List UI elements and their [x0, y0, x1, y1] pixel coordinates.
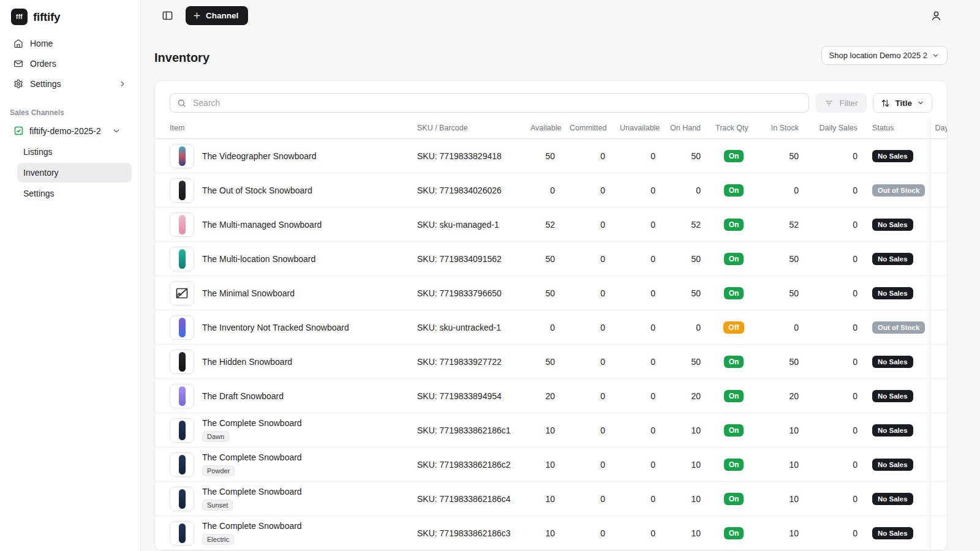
day-cell	[930, 516, 947, 550]
table-row[interactable]: The Complete Snowboard Electric SKU: 771…	[155, 516, 947, 550]
snowboard-image	[179, 421, 186, 440]
onhand-cell: 0	[663, 310, 708, 345]
product-thumbnail	[170, 350, 194, 374]
table-row[interactable]: The Multi-location Snowboard SKU: 771983…	[155, 242, 947, 276]
committed-cell: 0	[562, 173, 612, 208]
sidebar-item-home[interactable]: Home	[9, 34, 132, 53]
sku-cell: SKU: 7719833862186c4	[410, 482, 523, 516]
table-row[interactable]: The Hidden Snowboard SKU: 7719833927722 …	[155, 345, 947, 379]
column-header-status[interactable]: Status	[865, 120, 930, 139]
instock-cell: 0	[760, 310, 806, 345]
track-qty-badge[interactable]: On	[724, 493, 744, 505]
sidebar-item-inventory[interactable]: Inventory	[17, 163, 132, 182]
add-channel-button[interactable]: Channel	[186, 6, 248, 25]
product-thumbnail	[170, 212, 194, 237]
track-qty-badge[interactable]: On	[724, 356, 744, 368]
sort-icon	[881, 99, 890, 108]
sku-cell: SKU: sku-untracked-1	[410, 310, 523, 345]
sidebar: fff fiftify Home Orders Settings S	[0, 0, 141, 551]
column-header-committed[interactable]: Committed	[562, 120, 612, 139]
column-header-instock[interactable]: In Stock	[760, 120, 806, 139]
instock-cell: 20	[760, 379, 806, 413]
sku-cell: SKU: 7719833829418	[410, 139, 523, 173]
sku-cell: SKU: 7719834026026	[410, 173, 523, 208]
track-qty-badge[interactable]: On	[724, 150, 744, 162]
status-cell: No Sales	[865, 516, 930, 550]
track-qty-badge[interactable]: On	[724, 459, 744, 471]
dailysales-cell: 0	[806, 173, 865, 208]
filter-button[interactable]: Filter	[815, 93, 867, 113]
search-input[interactable]	[192, 97, 802, 108]
table-row[interactable]: The Complete Snowboard Dawn SKU: 7719833…	[155, 413, 947, 448]
product-thumbnail	[170, 521, 194, 545]
table-row[interactable]: The Draft Snowboard SKU: 7719833894954 2…	[155, 379, 947, 413]
snowboard-image	[179, 318, 186, 337]
track-qty-badge[interactable]: On	[724, 287, 744, 299]
column-header-sku[interactable]: SKU / Barcode	[410, 120, 523, 139]
available-cell: 10	[523, 413, 562, 448]
table-row[interactable]: The Minimal Snowboard SKU: 7719833796650…	[155, 276, 947, 310]
instock-cell: 10	[760, 482, 806, 516]
column-header-item[interactable]: Item	[155, 120, 410, 139]
column-header-day[interactable]: Day	[930, 120, 947, 139]
committed-cell: 0	[562, 345, 612, 379]
day-cell	[930, 208, 947, 242]
brand: fff fiftify	[9, 6, 132, 34]
day-cell	[930, 310, 947, 345]
sidebar-item-settings[interactable]: Settings	[9, 74, 132, 94]
status-cell: Out of Stock	[865, 173, 930, 208]
table-row[interactable]: The Inventory Not Tracked Snowboard SKU:…	[155, 310, 947, 345]
unavailable-cell: 0	[612, 516, 663, 550]
status-cell: No Sales	[865, 482, 930, 516]
location-selector[interactable]: Shop location Demo 2025 2	[821, 46, 948, 65]
dailysales-cell: 0	[806, 139, 865, 173]
track-qty-badge[interactable]: On	[724, 253, 744, 265]
snowboard-image	[179, 146, 186, 166]
available-cell: 50	[523, 345, 562, 379]
status-cell: No Sales	[865, 448, 930, 482]
unavailable-cell: 0	[612, 345, 663, 379]
day-cell	[930, 345, 947, 379]
column-header-trackqty[interactable]: Track Qty	[708, 120, 760, 139]
table-row[interactable]: The Complete Snowboard Powder SKU: 77198…	[155, 448, 947, 482]
table-row[interactable]: The Videographer Snowboard SKU: 77198338…	[155, 139, 947, 173]
sidebar-toggle-button[interactable]	[159, 7, 176, 24]
table-row[interactable]: The Out of Stock Snowboard SKU: 77198340…	[155, 173, 947, 208]
available-cell: 20	[523, 379, 562, 413]
product-thumbnail	[170, 144, 194, 168]
status-cell: No Sales	[865, 139, 930, 173]
product-name: The Inventory Not Tracked Snowboard	[202, 323, 349, 332]
account-button[interactable]	[928, 7, 944, 24]
track-qty-badge[interactable]: On	[724, 219, 744, 231]
status-cell: No Sales	[865, 379, 930, 413]
sidebar-item-channel-settings[interactable]: Settings	[17, 184, 132, 203]
day-cell	[930, 139, 947, 173]
column-header-available[interactable]: Available	[523, 120, 562, 139]
sidebar-item-label: Home	[30, 39, 53, 48]
dailysales-cell: 0	[806, 345, 865, 379]
track-qty-badge[interactable]: On	[724, 527, 744, 539]
status-badge: Out of Stock	[872, 321, 925, 334]
status-badge: No Sales	[872, 390, 913, 402]
chevron-down-icon	[917, 99, 924, 107]
sort-button[interactable]: Title	[873, 93, 932, 113]
table-row[interactable]: The Complete Snowboard Sunset SKU: 77198…	[155, 482, 947, 516]
inventory-table-body: The Videographer Snowboard SKU: 77198338…	[155, 139, 947, 550]
column-header-dailysales[interactable]: Daily Sales	[806, 120, 865, 139]
column-header-unavailable[interactable]: Unavailable	[612, 120, 663, 139]
channel-row[interactable]: fiftify-demo-2025-2	[9, 121, 132, 141]
status-badge: No Sales	[872, 459, 913, 471]
sidebar-item-listings[interactable]: Listings	[17, 142, 132, 162]
committed-cell: 0	[562, 379, 612, 413]
chevron-down-icon[interactable]	[112, 127, 121, 135]
table-row[interactable]: The Multi-managed Snowboard SKU: sku-man…	[155, 208, 947, 242]
column-header-onhand[interactable]: On Hand	[663, 120, 708, 139]
track-qty-badge[interactable]: On	[724, 184, 744, 197]
sales-channels-label: Sales Channels	[10, 108, 130, 117]
track-qty-badge[interactable]: On	[724, 390, 744, 402]
track-qty-badge[interactable]: On	[724, 424, 744, 437]
track-qty-badge[interactable]: Off	[723, 321, 744, 334]
search-box[interactable]	[170, 93, 809, 113]
sidebar-item-orders[interactable]: Orders	[9, 54, 132, 73]
snowboard-image	[179, 352, 186, 372]
